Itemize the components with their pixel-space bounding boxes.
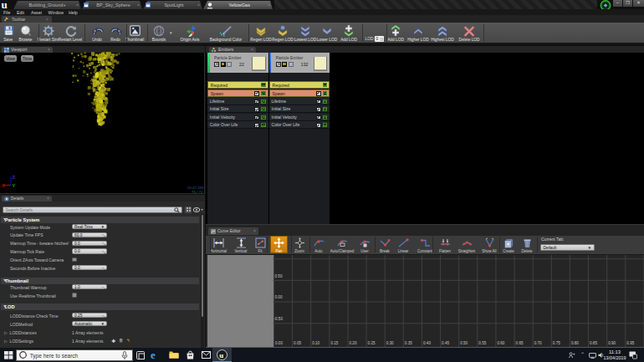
svg-text:u: u xyxy=(219,351,223,359)
svg-text:Z: Z xyxy=(13,175,16,180)
svg-text:X: X xyxy=(2,183,5,188)
svg-text:Y: Y xyxy=(13,183,16,188)
svg-text:u: u xyxy=(2,0,8,9)
